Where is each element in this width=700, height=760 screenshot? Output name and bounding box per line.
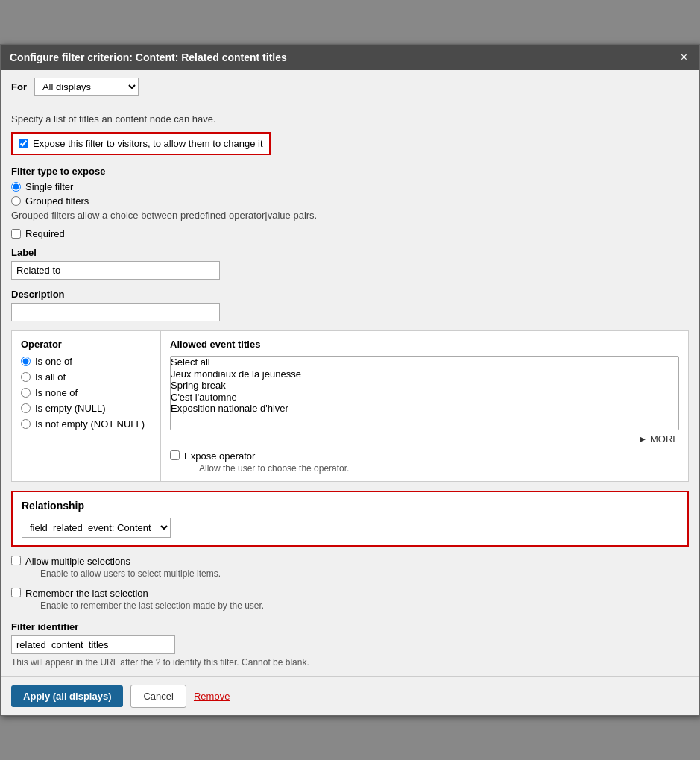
required-label[interactable]: Required [25, 228, 65, 239]
expose-operator-desc: Allow the user to choose the operator. [199, 463, 349, 474]
relationship-select[interactable]: field_related_event: Content [22, 518, 171, 538]
close-button[interactable]: × [678, 51, 690, 64]
op-is-empty: Is empty (NULL) [21, 403, 151, 414]
for-select[interactable]: All displays [34, 78, 139, 96]
remove-button[interactable]: Remove [194, 685, 230, 707]
section-description: Specify a list of titles an content node… [11, 113, 689, 125]
expose-filter-label[interactable]: Expose this filter to visitors, to allow… [33, 138, 263, 149]
label-field: Label [11, 247, 689, 280]
listbox-option: C'est l'automne [171, 392, 678, 403]
configure-filter-dialog: Configure filter criterion: Content: Rel… [0, 44, 700, 716]
relationship-section: Relationship field_related_event: Conten… [11, 491, 689, 547]
allowed-listbox[interactable]: Select all Jeux mondiaux de la jeunesse … [170, 356, 679, 430]
op-is-one-of: Is one of [21, 356, 151, 367]
dialog-title: Configure filter criterion: Content: Rel… [10, 51, 287, 63]
operator-title: Operator [21, 339, 151, 350]
listbox-option: Spring break [171, 380, 678, 392]
remember-last-label[interactable]: Remember the last selection [25, 588, 148, 599]
expose-filter-row: Expose this filter to visitors, to allow… [11, 132, 271, 155]
expose-filter-checkbox[interactable] [19, 139, 28, 148]
remember-last-checkbox[interactable] [11, 588, 21, 597]
expose-operator-row: Expose operator Allow the user to choose… [170, 450, 679, 474]
op-is-all-of: Is all of [21, 371, 151, 383]
allow-multiple-checkbox[interactable] [11, 556, 21, 565]
apply-button[interactable]: Apply (all displays) [11, 685, 123, 707]
description-field-label: Description [11, 289, 689, 300]
filter-identifier-section: Filter identifier This will appear in th… [11, 621, 689, 668]
for-row: For All displays [1, 70, 699, 104]
listbox-option: Select all [171, 357, 678, 368]
filter-type-title: Filter type to expose [11, 166, 689, 177]
grouped-filter-desc: Grouped filters allow a choice between p… [11, 210, 689, 221]
op-is-none-of: Is none of [21, 387, 151, 398]
is-all-of-label[interactable]: Is all of [35, 371, 66, 383]
is-one-of-radio[interactable] [21, 357, 31, 366]
dialog-content: Specify a list of titles an content node… [1, 104, 699, 676]
grouped-filter-label[interactable]: Grouped filters [25, 195, 89, 207]
single-filter-label[interactable]: Single filter [25, 181, 73, 192]
for-label: For [11, 81, 27, 92]
single-filter-row: Single filter [11, 181, 689, 192]
description-input[interactable] [11, 303, 220, 321]
allow-multiple-row: Allow multiple selections Enable to allo… [11, 556, 689, 579]
label-field-label: Label [11, 247, 689, 258]
grouped-filter-radio[interactable] [11, 196, 21, 206]
dialog-title-bar: Configure filter criterion: Content: Rel… [1, 45, 699, 70]
is-empty-label[interactable]: Is empty (NULL) [35, 403, 106, 414]
listbox-option: Exposition nationale d'hiver [171, 403, 678, 415]
allow-multiple-desc: Enable to allow users to select multiple… [40, 568, 221, 579]
listbox-option: Jeux mondiaux de la jeunesse [171, 368, 678, 380]
is-one-of-label[interactable]: Is one of [35, 356, 72, 367]
is-not-empty-radio[interactable] [21, 419, 31, 429]
is-none-of-label[interactable]: Is none of [35, 387, 78, 398]
remember-last-row: Remember the last selection Enable to re… [11, 588, 689, 611]
operator-allowed-row: Operator Is one of Is all of Is none of … [11, 330, 689, 482]
allowed-section: Allowed event titles Select all Jeux mon… [161, 331, 688, 481]
is-none-of-radio[interactable] [21, 388, 31, 398]
dialog-footer: Apply (all displays) Cancel Remove [1, 676, 699, 715]
is-empty-radio[interactable] [21, 403, 31, 413]
grouped-filter-row: Grouped filters [11, 195, 689, 207]
cancel-button[interactable]: Cancel [130, 685, 186, 708]
required-checkbox[interactable] [11, 229, 21, 239]
is-all-of-radio[interactable] [21, 372, 31, 382]
expose-operator-checkbox[interactable] [170, 450, 180, 460]
expose-operator-label[interactable]: Expose operator [184, 450, 255, 462]
required-row: Required [11, 228, 689, 239]
allow-multiple-label[interactable]: Allow multiple selections [25, 556, 130, 567]
label-input[interactable] [11, 261, 220, 280]
description-field: Description [11, 289, 689, 321]
is-not-empty-label[interactable]: Is not empty (NOT NULL) [35, 418, 145, 430]
allowed-title: Allowed event titles [170, 339, 679, 350]
single-filter-radio[interactable] [11, 182, 21, 192]
filter-identifier-desc: This will appear in the URL after the ? … [11, 657, 689, 668]
filter-type-section: Filter type to expose Single filter Grou… [11, 166, 689, 221]
remember-last-desc: Enable to remember the last selection ma… [40, 600, 264, 611]
operator-section: Operator Is one of Is all of Is none of … [12, 331, 161, 481]
op-is-not-empty: Is not empty (NOT NULL) [21, 418, 151, 430]
filter-identifier-input[interactable] [11, 635, 175, 654]
relationship-title: Relationship [22, 500, 678, 512]
more-link[interactable]: ► MORE [170, 433, 679, 445]
filter-identifier-title: Filter identifier [11, 621, 689, 632]
